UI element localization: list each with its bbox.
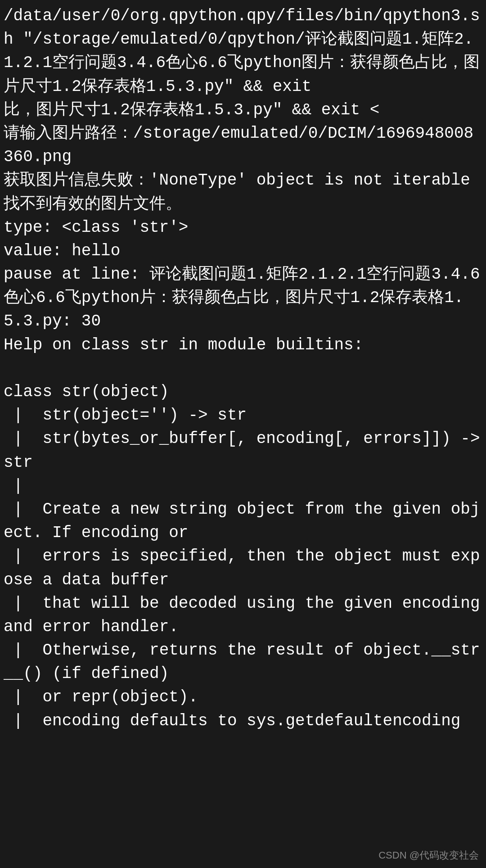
watermark: CSDN @代码改变社会: [378, 849, 479, 863]
terminal-output: /data/user/0/org.qpython.qpy/files/bin/q…: [4, 5, 482, 733]
terminal-window: /data/user/0/org.qpython.qpy/files/bin/q…: [0, 0, 486, 868]
